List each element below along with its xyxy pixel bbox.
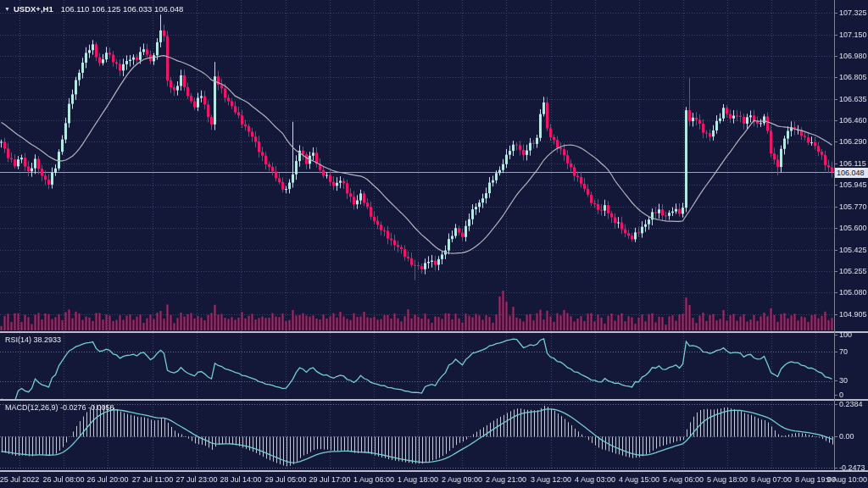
rsi-indicator-label: RSI(14) 38.2933: [5, 336, 61, 344]
time-tick: 27 Jul 11:00: [132, 475, 173, 484]
symbol-info: ▼USDX+,H1106.110 106.125 106.033 106.048: [4, 5, 183, 14]
time-tick: 8 Aug 07:00: [751, 475, 792, 484]
chart-canvas[interactable]: [0, 0, 868, 488]
ohlc-values: 106.110 106.125 106.033 106.048: [61, 4, 184, 14]
time-tick: 28 Jul 14:00: [220, 475, 261, 484]
trading-chart-window: ▼USDX+,H1106.110 106.125 106.033 106.048…: [0, 0, 868, 488]
time-tick: 2 Aug 21:00: [486, 475, 526, 484]
collapse-arrow-icon[interactable]: ▼: [4, 6, 10, 12]
time-tick: 1 Aug 06:00: [353, 475, 394, 484]
time-tick: 2 Aug 09:00: [442, 475, 482, 484]
macd-tick: 0.00: [839, 432, 854, 441]
time-tick: 9 Aug 10:00: [826, 475, 867, 484]
time-tick: 26 Jul 08:00: [42, 475, 84, 484]
macd-indicator-label: MACD(12,26,9) -0.0276 -0.0058: [5, 403, 114, 412]
time-tick: 29 Jul 17:00: [309, 475, 350, 484]
time-axis[interactable]: 25 Jul 202226 Jul 08:0026 Jul 20:0027 Ju…: [0, 471, 868, 488]
time-tick: 26 Jul 20:00: [86, 475, 128, 484]
time-tick: 5 Aug 18:00: [707, 475, 748, 484]
current-price-tag: 106.048: [835, 168, 868, 178]
symbol-period-label: USDX+,H1: [14, 4, 53, 14]
time-tick: 25 Jul 2022: [0, 475, 39, 484]
macd-tick: 0.2384: [839, 400, 863, 408]
time-tick: 1 Aug 18:00: [398, 475, 438, 484]
time-tick: 3 Aug 12:00: [531, 475, 571, 484]
time-tick: 27 Jul 23:00: [175, 475, 217, 484]
time-tick: 4 Aug 15:00: [619, 475, 659, 484]
time-tick: 29 Jul 05:00: [264, 475, 306, 484]
time-tick: 5 Aug 06:00: [663, 475, 704, 484]
time-tick: 4 Aug 03:00: [575, 475, 615, 484]
macd-axis[interactable]: 0.23840.00-0.2473: [837, 0, 868, 488]
